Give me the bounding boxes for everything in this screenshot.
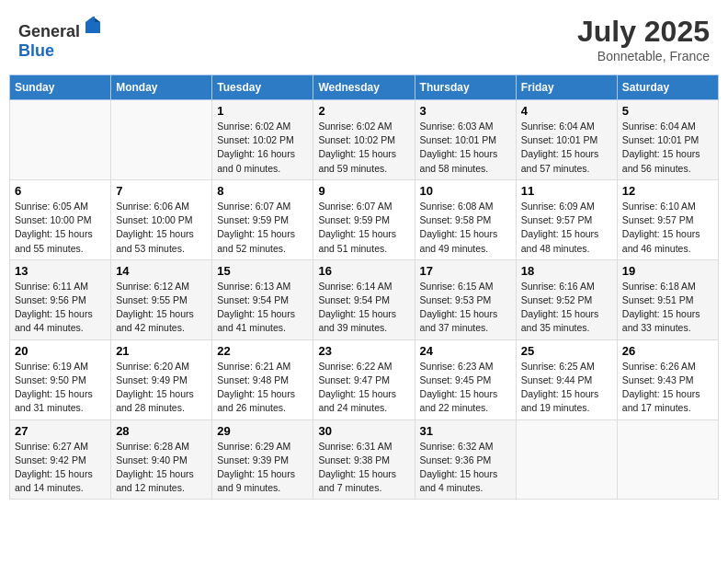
calendar-week-row: 1Sunrise: 6:02 AM Sunset: 10:02 PM Dayli… xyxy=(10,100,719,180)
calendar-cell: 5Sunrise: 6:04 AM Sunset: 10:01 PM Dayli… xyxy=(617,100,718,180)
day-number: 27 xyxy=(15,424,106,438)
calendar-cell: 20Sunrise: 6:19 AM Sunset: 9:50 PM Dayli… xyxy=(10,339,111,419)
calendar-table: SundayMondayTuesdayWednesdayThursdayFrid… xyxy=(9,75,719,500)
day-number: 26 xyxy=(622,344,713,358)
calendar-cell xyxy=(617,419,718,500)
day-number: 25 xyxy=(521,344,612,358)
calendar-cell: 15Sunrise: 6:13 AM Sunset: 9:54 PM Dayli… xyxy=(212,259,313,339)
page-header: General Blue July 2025 Bonnetable, Franc… xyxy=(9,9,719,69)
calendar-cell: 6Sunrise: 6:05 AM Sunset: 10:00 PM Dayli… xyxy=(10,179,111,259)
day-number: 10 xyxy=(420,184,511,198)
calendar-cell: 30Sunrise: 6:31 AM Sunset: 9:38 PM Dayli… xyxy=(313,419,415,500)
day-info: Sunrise: 6:06 AM Sunset: 10:00 PM Daylig… xyxy=(116,200,207,256)
calendar-cell: 19Sunrise: 6:18 AM Sunset: 9:51 PM Dayli… xyxy=(617,259,718,339)
calendar-cell: 1Sunrise: 6:02 AM Sunset: 10:02 PM Dayli… xyxy=(212,100,313,180)
day-info: Sunrise: 6:07 AM Sunset: 9:59 PM Dayligh… xyxy=(217,200,308,256)
calendar-cell: 2Sunrise: 6:02 AM Sunset: 10:02 PM Dayli… xyxy=(313,100,415,180)
day-info: Sunrise: 6:19 AM Sunset: 9:50 PM Dayligh… xyxy=(15,360,106,416)
weekday-header-monday: Monday xyxy=(111,75,212,100)
calendar-cell: 24Sunrise: 6:23 AM Sunset: 9:45 PM Dayli… xyxy=(415,339,516,419)
day-info: Sunrise: 6:23 AM Sunset: 9:45 PM Dayligh… xyxy=(420,360,511,416)
day-info: Sunrise: 6:25 AM Sunset: 9:44 PM Dayligh… xyxy=(521,360,612,416)
day-number: 14 xyxy=(116,264,207,278)
day-info: Sunrise: 6:15 AM Sunset: 9:53 PM Dayligh… xyxy=(420,280,511,336)
day-info: Sunrise: 6:05 AM Sunset: 10:00 PM Daylig… xyxy=(15,200,106,256)
calendar-cell xyxy=(10,100,111,180)
weekday-header-tuesday: Tuesday xyxy=(212,75,313,100)
calendar-cell: 7Sunrise: 6:06 AM Sunset: 10:00 PM Dayli… xyxy=(111,179,212,259)
calendar-cell: 25Sunrise: 6:25 AM Sunset: 9:44 PM Dayli… xyxy=(516,339,617,419)
calendar-cell: 26Sunrise: 6:26 AM Sunset: 9:43 PM Dayli… xyxy=(617,339,718,419)
day-number: 13 xyxy=(15,264,106,278)
day-number: 6 xyxy=(15,184,106,198)
day-number: 3 xyxy=(420,104,511,118)
calendar-cell: 31Sunrise: 6:32 AM Sunset: 9:36 PM Dayli… xyxy=(415,419,516,500)
calendar-week-row: 13Sunrise: 6:11 AM Sunset: 9:56 PM Dayli… xyxy=(10,259,719,339)
day-info: Sunrise: 6:11 AM Sunset: 9:56 PM Dayligh… xyxy=(15,280,106,336)
weekday-header-row: SundayMondayTuesdayWednesdayThursdayFrid… xyxy=(10,75,719,100)
logo-general: General xyxy=(18,22,80,40)
weekday-header-wednesday: Wednesday xyxy=(313,75,415,100)
day-number: 18 xyxy=(521,264,612,278)
logo-blue: Blue xyxy=(18,41,54,60)
calendar-cell: 16Sunrise: 6:14 AM Sunset: 9:54 PM Dayli… xyxy=(313,259,415,339)
calendar-cell: 27Sunrise: 6:27 AM Sunset: 9:42 PM Dayli… xyxy=(10,419,111,500)
day-number: 15 xyxy=(217,264,308,278)
day-info: Sunrise: 6:13 AM Sunset: 9:54 PM Dayligh… xyxy=(217,280,308,336)
day-number: 12 xyxy=(622,184,713,198)
day-number: 24 xyxy=(420,344,511,358)
day-number: 20 xyxy=(15,344,106,358)
day-number: 22 xyxy=(217,344,308,358)
calendar-cell: 22Sunrise: 6:21 AM Sunset: 9:48 PM Dayli… xyxy=(212,339,313,419)
day-info: Sunrise: 6:16 AM Sunset: 9:52 PM Dayligh… xyxy=(521,280,612,336)
day-number: 23 xyxy=(318,344,409,358)
day-info: Sunrise: 6:04 AM Sunset: 10:01 PM Daylig… xyxy=(622,120,713,176)
day-number: 30 xyxy=(318,424,409,438)
calendar-cell: 12Sunrise: 6:10 AM Sunset: 9:57 PM Dayli… xyxy=(617,179,718,259)
calendar-cell: 23Sunrise: 6:22 AM Sunset: 9:47 PM Dayli… xyxy=(313,339,415,419)
day-info: Sunrise: 6:08 AM Sunset: 9:58 PM Dayligh… xyxy=(420,200,511,256)
calendar-cell: 13Sunrise: 6:11 AM Sunset: 9:56 PM Dayli… xyxy=(10,259,111,339)
weekday-header-sunday: Sunday xyxy=(10,75,111,100)
day-info: Sunrise: 6:09 AM Sunset: 9:57 PM Dayligh… xyxy=(521,200,612,256)
day-info: Sunrise: 6:21 AM Sunset: 9:48 PM Dayligh… xyxy=(217,360,308,416)
logo: General Blue xyxy=(18,15,104,61)
day-number: 19 xyxy=(622,264,713,278)
calendar-week-row: 20Sunrise: 6:19 AM Sunset: 9:50 PM Dayli… xyxy=(10,339,719,419)
day-info: Sunrise: 6:18 AM Sunset: 9:51 PM Dayligh… xyxy=(622,280,713,336)
day-info: Sunrise: 6:02 AM Sunset: 10:02 PM Daylig… xyxy=(217,120,308,176)
day-info: Sunrise: 6:20 AM Sunset: 9:49 PM Dayligh… xyxy=(116,360,207,416)
calendar-cell xyxy=(111,100,212,180)
calendar-week-row: 27Sunrise: 6:27 AM Sunset: 9:42 PM Dayli… xyxy=(10,419,719,500)
day-info: Sunrise: 6:26 AM Sunset: 9:43 PM Dayligh… xyxy=(622,360,713,416)
calendar-cell: 3Sunrise: 6:03 AM Sunset: 10:01 PM Dayli… xyxy=(415,100,516,180)
day-info: Sunrise: 6:02 AM Sunset: 10:02 PM Daylig… xyxy=(318,120,409,176)
day-number: 21 xyxy=(116,344,207,358)
calendar-cell: 21Sunrise: 6:20 AM Sunset: 9:49 PM Dayli… xyxy=(111,339,212,419)
day-number: 29 xyxy=(217,424,308,438)
month-year-title: July 2025 xyxy=(577,15,710,49)
calendar-cell: 8Sunrise: 6:07 AM Sunset: 9:59 PM Daylig… xyxy=(212,179,313,259)
day-number: 31 xyxy=(420,424,511,438)
day-info: Sunrise: 6:28 AM Sunset: 9:40 PM Dayligh… xyxy=(116,440,207,496)
calendar-cell: 9Sunrise: 6:07 AM Sunset: 9:59 PM Daylig… xyxy=(313,179,415,259)
calendar-cell: 4Sunrise: 6:04 AM Sunset: 10:01 PM Dayli… xyxy=(516,100,617,180)
calendar-cell: 11Sunrise: 6:09 AM Sunset: 9:57 PM Dayli… xyxy=(516,179,617,259)
location-subtitle: Bonnetable, France xyxy=(577,49,710,63)
day-number: 8 xyxy=(217,184,308,198)
day-info: Sunrise: 6:10 AM Sunset: 9:57 PM Dayligh… xyxy=(622,200,713,256)
title-block: July 2025 Bonnetable, France xyxy=(577,15,710,63)
day-number: 1 xyxy=(217,104,308,118)
day-number: 28 xyxy=(116,424,207,438)
day-info: Sunrise: 6:12 AM Sunset: 9:55 PM Dayligh… xyxy=(116,280,207,336)
calendar-cell: 17Sunrise: 6:15 AM Sunset: 9:53 PM Dayli… xyxy=(415,259,516,339)
day-number: 16 xyxy=(318,264,409,278)
day-number: 7 xyxy=(116,184,207,198)
calendar-cell: 10Sunrise: 6:08 AM Sunset: 9:58 PM Dayli… xyxy=(415,179,516,259)
day-number: 11 xyxy=(521,184,612,198)
day-info: Sunrise: 6:22 AM Sunset: 9:47 PM Dayligh… xyxy=(318,360,409,416)
day-number: 5 xyxy=(622,104,713,118)
day-info: Sunrise: 6:29 AM Sunset: 9:39 PM Dayligh… xyxy=(217,440,308,496)
day-number: 9 xyxy=(318,184,409,198)
day-info: Sunrise: 6:07 AM Sunset: 9:59 PM Dayligh… xyxy=(318,200,409,256)
